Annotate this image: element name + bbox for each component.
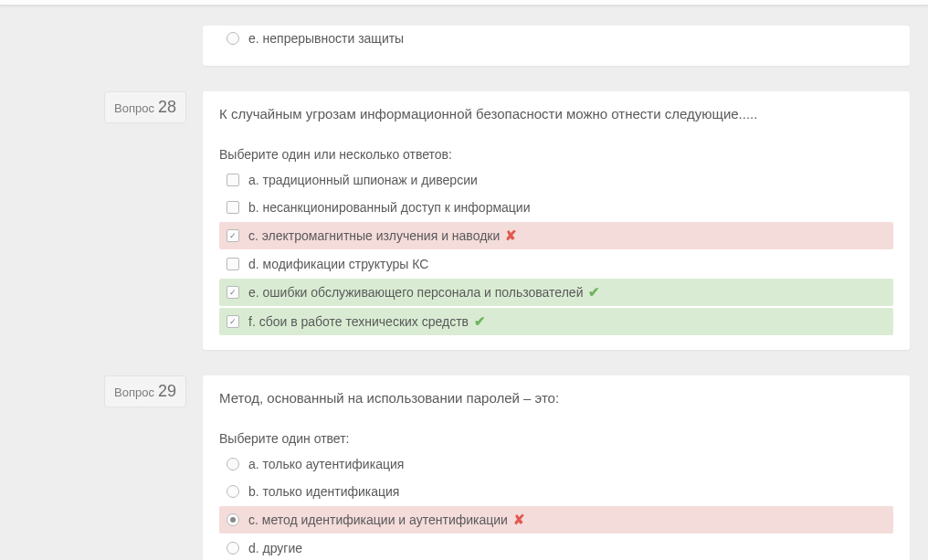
- option-label: c. метод идентификации и аутентификации: [248, 512, 508, 527]
- option-label: f. сбои в работе технических средств: [248, 314, 469, 329]
- checkbox-control[interactable]: [227, 286, 239, 299]
- checkbox-control[interactable]: [227, 315, 239, 328]
- question-word: Вопрос: [114, 101, 154, 115]
- answer-option[interactable]: a. традиционный шпионаж и диверсии: [219, 167, 893, 193]
- question-card-29: Метод, основанный на использовании парол…: [203, 375, 910, 560]
- question-word: Вопрос: [114, 386, 154, 399]
- question-number: 28: [158, 98, 176, 117]
- option-label: d. другие: [248, 541, 302, 555]
- option-list-29: a. только аутентификацияb. только иденти…: [219, 451, 893, 560]
- answer-option[interactable]: c. метод идентификации и аутентификации✘: [219, 506, 893, 534]
- option-label: b. только идентификация: [248, 484, 399, 499]
- checkbox-control[interactable]: [227, 174, 239, 186]
- question-label-29: Вопрос 29: [104, 375, 186, 407]
- question-row-prev: e. непрерывности защиты: [0, 26, 928, 66]
- question-row-29: Вопрос 29 Метод, основанный на использов…: [0, 375, 928, 560]
- answer-option[interactable]: c. электромагнитные излучения и наводки✘: [219, 222, 893, 249]
- radio-control[interactable]: [227, 485, 239, 498]
- answer-option[interactable]: d. другие: [219, 535, 893, 560]
- question-row-28: Вопрос 28 К случайным угрозам информацио…: [0, 91, 928, 350]
- radio-control[interactable]: [227, 458, 239, 470]
- answer-option[interactable]: b. несанкционированный доступ к информац…: [219, 195, 893, 220]
- question-card-prev: e. непрерывности защиты: [203, 26, 910, 66]
- option-label: e. непрерывности защиты: [248, 31, 404, 46]
- top-bar: [0, 0, 928, 5]
- checkbox-control[interactable]: [227, 229, 239, 242]
- answer-option[interactable]: b. только идентификация: [219, 479, 893, 504]
- answer-option[interactable]: e. ошибки обслуживающего персонала и пол…: [219, 279, 893, 306]
- question-label-28: Вопрос 28: [104, 91, 186, 123]
- question-instruction: Выберите один или несколько ответов:: [219, 147, 893, 162]
- option-list-prev: e. непрерывности защиты: [219, 26, 893, 51]
- option-label: b. несанкционированный доступ к информац…: [248, 200, 531, 215]
- option-label: d. модификации структуры КС: [248, 257, 428, 271]
- question-number: 29: [158, 382, 176, 401]
- option-label: c. электромагнитные излучения и наводки: [248, 228, 500, 243]
- check-icon: ✔: [474, 313, 486, 330]
- cross-icon: ✘: [513, 512, 525, 528]
- option-label: a. традиционный шпионаж и диверсии: [248, 173, 478, 187]
- check-icon: ✔: [588, 284, 600, 301]
- radio-control[interactable]: [227, 513, 239, 526]
- question-text: К случайным угрозам информационной безоп…: [219, 104, 893, 123]
- answer-option[interactable]: d. модификации структуры КС: [219, 251, 893, 277]
- radio-control[interactable]: [227, 32, 239, 45]
- answer-option[interactable]: f. сбои в работе технических средств✔: [219, 308, 893, 335]
- checkbox-control[interactable]: [227, 258, 239, 270]
- answer-option[interactable]: a. только аутентификация: [219, 451, 893, 477]
- option-list-28: a. традиционный шпионаж и диверсииb. нес…: [219, 167, 893, 335]
- question-card-28: К случайным угрозам информационной безоп…: [203, 91, 910, 350]
- cross-icon: ✘: [505, 227, 517, 244]
- radio-control[interactable]: [227, 542, 239, 555]
- option-label: a. только аутентификация: [248, 457, 404, 471]
- answer-option[interactable]: e. непрерывности защиты: [219, 26, 893, 51]
- option-label: e. ошибки обслуживающего персонала и пол…: [248, 285, 583, 300]
- question-instruction: Выберите один ответ:: [219, 431, 893, 446]
- checkbox-control[interactable]: [227, 201, 239, 214]
- question-text: Метод, основанный на использовании парол…: [219, 388, 893, 407]
